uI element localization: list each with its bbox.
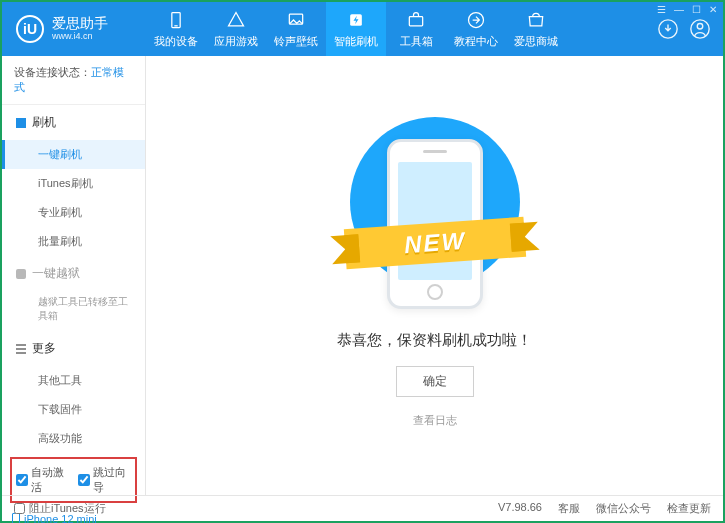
logo[interactable]: iU 爱思助手 www.i4.cn [2,15,146,43]
sidebar-section-jailbreak[interactable]: 一键越狱 [2,256,145,291]
nav-tabs: 我的设备 应用游戏 铃声壁纸 智能刷机 工具箱 教程中心 爱思商城 [146,2,566,56]
main-content: NEW 恭喜您，保资料刷机成功啦！ 确定 查看日志 [146,56,723,495]
success-message: 恭喜您，保资料刷机成功啦！ [337,331,532,350]
download-icon[interactable] [657,18,679,40]
tab-tutorial[interactable]: 教程中心 [446,2,506,56]
minimize-icon[interactable]: — [674,4,684,15]
connection-status: 设备连接状态：正常模式 [2,56,145,105]
tab-apps[interactable]: 应用游戏 [206,2,266,56]
menu-icon[interactable]: ☰ [657,4,666,15]
sidebar-item-firmware[interactable]: 下载固件 [2,395,145,424]
sidebar-section-more[interactable]: 更多 [2,331,145,366]
wechat-link[interactable]: 微信公众号 [596,501,651,516]
version-label: V7.98.66 [498,501,542,516]
square-icon [16,118,26,128]
checkbox-block-itunes[interactable]: 阻止iTunes运行 [14,501,106,516]
update-link[interactable]: 检查更新 [667,501,711,516]
svg-point-8 [697,24,703,30]
app-window: ☰ — ☐ ✕ iU 爱思助手 www.i4.cn 我的设备 应用游戏 铃声壁纸… [2,2,723,521]
titlebar: iU 爱思助手 www.i4.cn 我的设备 应用游戏 铃声壁纸 智能刷机 工具… [2,2,723,56]
app-url: www.i4.cn [52,32,108,42]
sidebar-item-oneclick[interactable]: 一键刷机 [2,140,145,169]
view-log-link[interactable]: 查看日志 [413,413,457,428]
maximize-icon[interactable]: ☐ [692,4,701,15]
tab-flash[interactable]: 智能刷机 [326,2,386,56]
sidebar-section-flash[interactable]: 刷机 [2,105,145,140]
service-link[interactable]: 客服 [558,501,580,516]
sidebar-item-itunes[interactable]: iTunes刷机 [2,169,145,198]
checkbox-auto-activate[interactable]: 自动激活 [16,465,70,495]
success-illustration: NEW [375,123,495,303]
svg-rect-4 [409,16,422,25]
user-icon[interactable] [689,18,711,40]
sidebar: 设备连接状态：正常模式 刷机 一键刷机 iTunes刷机 专业刷机 批量刷机 一… [2,56,146,495]
tab-store[interactable]: 爱思商城 [506,2,566,56]
tab-device[interactable]: 我的设备 [146,2,206,56]
sidebar-item-other[interactable]: 其他工具 [2,366,145,395]
jailbreak-note: 越狱工具已转移至工具箱 [2,291,145,331]
logo-icon: iU [16,15,44,43]
close-icon[interactable]: ✕ [709,4,717,15]
window-controls: ☰ — ☐ ✕ [657,4,717,15]
body-area: 设备连接状态：正常模式 刷机 一键刷机 iTunes刷机 专业刷机 批量刷机 一… [2,56,723,495]
statusbar: 阻止iTunes运行 V7.98.66 客服 微信公众号 检查更新 [2,495,723,521]
sidebar-item-pro[interactable]: 专业刷机 [2,198,145,227]
tab-toolbox[interactable]: 工具箱 [386,2,446,56]
ok-button[interactable]: 确定 [396,366,474,397]
sidebar-item-batch[interactable]: 批量刷机 [2,227,145,256]
tab-wallpaper[interactable]: 铃声壁纸 [266,2,326,56]
app-name: 爱思助手 [52,16,108,31]
sidebar-item-advanced[interactable]: 高级功能 [2,424,145,453]
menu-icon [16,344,26,354]
checkbox-skip-guide[interactable]: 跳过向导 [78,465,132,495]
lock-icon [16,269,26,279]
